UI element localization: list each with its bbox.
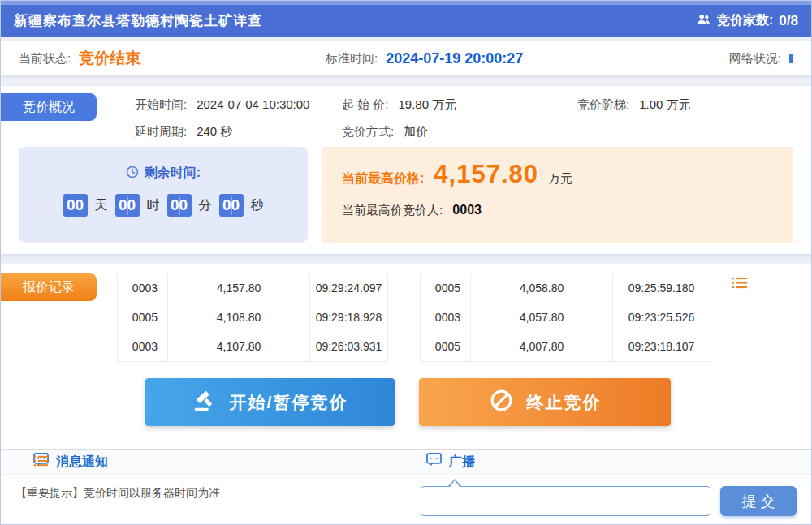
bidder-cell: 0005 (421, 273, 471, 303)
start-pause-bidding-button[interactable]: 开始/暂停竞价 (145, 378, 395, 426)
bidder-cell: 0003 (118, 273, 168, 303)
days-unit: 天 (95, 197, 108, 214)
clock-icon (126, 166, 139, 182)
standard-time: 标准时间: 2024-07-19 20:00:27 (326, 41, 523, 76)
days-value: 00 (63, 194, 88, 217)
countdown-title: 剩余时间: (19, 165, 308, 182)
status-label: 当前状态: (19, 51, 71, 67)
field-value: 1.00 万元 (639, 97, 690, 113)
hours-unit: 时 (147, 197, 160, 214)
notice-header: 消息通知 (1, 450, 408, 475)
highest-bidder-line: 当前最高价竞价人: 0003 (342, 203, 793, 218)
price-cell: 4,157.80 (168, 273, 310, 303)
countdown-label: 剩余时间: (145, 165, 201, 182)
price-cell: 4,007.80 (471, 332, 613, 361)
field-label: 竞价方式: (342, 124, 394, 140)
field-value: 240 秒 (197, 124, 232, 140)
bidder-count-value: 0/8 (779, 13, 798, 29)
countdown-digits: 00 天 00 时 00 分 00 秒 (19, 194, 308, 217)
time-cell: 09:23:25.526 (613, 303, 710, 332)
time-cell: 09:26:03.931 (310, 332, 387, 361)
bidder-cell: 0003 (421, 303, 471, 332)
time-cell: 09:25:59.180 (613, 273, 710, 303)
field-delay-period: 延时周期: 240 秒 (135, 124, 342, 140)
records-list-icon[interactable] (732, 276, 748, 292)
countdown-box: 剩余时间: 00 天 00 时 00 分 00 秒 (19, 147, 308, 243)
broadcast-header: 广播 (408, 450, 811, 475)
table-row: 0003 4,057.80 09:23:25.526 (421, 303, 710, 332)
highest-price-value: 4,157.80 (434, 160, 538, 189)
network-status: 网络状况: (729, 41, 793, 76)
notice-message: 【重要提示】竞价时间以服务器时间为准 (1, 475, 408, 512)
notice-column: 消息通知 【重要提示】竞价时间以服务器时间为准 (1, 450, 408, 525)
highest-bidder-label: 当前最高价竞价人: (342, 203, 443, 217)
field-label: 竞价阶梯: (577, 97, 629, 113)
field-bid-mode: 竞价方式: 加价 (342, 124, 577, 140)
status-bar: 当前状态: 竞价结束 标准时间: 2024-07-19 20:00:27 网络状… (1, 41, 811, 76)
start-pause-label: 开始/暂停竞价 (230, 391, 348, 414)
highest-price-box: 当前最高价格: 4,157.80 万元 当前最高价竞价人: 0003 (322, 147, 793, 243)
users-icon (696, 12, 711, 29)
highest-price-unit: 万元 (548, 171, 572, 187)
network-label: 网络状况: (729, 51, 781, 67)
field-value: 加价 (404, 124, 428, 140)
field-label: 延时周期: (135, 124, 187, 140)
field-start-time: 开始时间: 2024-07-04 10:30:00 (135, 97, 342, 113)
chat-bubble-icon (426, 453, 442, 471)
price-cell: 4,057.80 (471, 303, 613, 332)
hours-value: 00 (115, 194, 140, 217)
bidder-count-label: 竞价家数: (717, 12, 773, 29)
highest-price-label: 当前最高价格: (342, 170, 424, 187)
price-cell: 4,108.80 (168, 303, 310, 332)
table-row: 0003 4,157.80 09:29:24.097 (118, 273, 387, 303)
table-row: 0003 4,107.80 09:26:03.931 (118, 332, 387, 361)
notice-title: 消息通知 (56, 454, 108, 471)
page-title: 新疆察布查尔县塔勒德村陶瓷土矿详查 (14, 11, 262, 30)
bidder-cell: 0005 (421, 332, 471, 361)
overview-fields: 开始时间: 2024-07-04 10:30:00 起 始 价: 19.80 万… (135, 97, 691, 140)
time-cell: 09:29:18.928 (310, 303, 387, 332)
terminate-label: 终止竞价 (527, 391, 602, 414)
bidder-cell: 0005 (118, 303, 168, 332)
highest-price-line: 当前最高价格: 4,157.80 万元 (342, 160, 793, 189)
broadcast-input-row: 提 交 (421, 486, 797, 516)
table-row: 0005 4,007.80 09:23:18.107 (421, 332, 710, 361)
records-section-tag: 报价记录 (1, 273, 97, 301)
notice-list-icon[interactable] (33, 454, 49, 470)
bidder-cell: 0003 (118, 332, 168, 361)
price-cell: 4,058.80 (471, 273, 613, 303)
terminate-bidding-button[interactable]: 终止竞价 (419, 378, 671, 426)
highest-bidder-value: 0003 (452, 203, 482, 217)
signal-bar-icon (789, 54, 793, 63)
price-cell: 4,107.80 (168, 332, 310, 361)
broadcast-title: 广播 (449, 454, 475, 471)
time-label: 标准时间: (326, 51, 378, 67)
title-bar: 新疆察布查尔县塔勒德村陶瓷土矿详查 竞价家数: 0/8 (1, 1, 811, 37)
bid-records-table-left: 0003 4,157.80 09:29:24.097 0005 4,108.80… (117, 273, 388, 362)
bid-records-table-right: 0005 4,058.80 09:25:59.180 0003 4,057.80… (420, 273, 710, 362)
seconds-value: 00 (219, 194, 244, 217)
table-row: 0005 4,108.80 09:29:18.928 (118, 303, 387, 332)
auction-page: 新疆察布查尔县塔勒德村陶瓷土矿详查 竞价家数: 0/8 当前状态: 竞价结束 标… (0, 0, 812, 525)
minutes-value: 00 (167, 194, 192, 217)
overview-section-tag: 竞价概况 (1, 93, 97, 121)
field-label: 起 始 价: (342, 97, 389, 113)
broadcast-input[interactable] (421, 486, 710, 516)
time-value: 2024-07-19 20:00:27 (386, 50, 523, 67)
prohibition-icon (489, 388, 514, 417)
current-status: 当前状态: 竞价结束 (19, 41, 140, 76)
gavel-icon (192, 389, 217, 415)
time-cell: 09:29:24.097 (310, 273, 387, 303)
bidder-count: 竞价家数: 0/8 (696, 12, 798, 29)
submit-button[interactable]: 提 交 (720, 486, 797, 516)
field-start-price: 起 始 价: 19.80 万元 (342, 97, 577, 113)
field-label: 开始时间: (135, 97, 187, 113)
field-value: 2024-07-04 10:30:00 (197, 97, 309, 111)
seconds-unit: 秒 (251, 197, 264, 214)
records-panel: 报价记录 0003 4,157.80 09:29:24.097 0005 4,1… (1, 264, 811, 525)
table-row: 0005 4,058.80 09:25:59.180 (421, 273, 710, 303)
field-value: 19.80 万元 (399, 97, 457, 113)
field-bid-increment: 竞价阶梯: 1.00 万元 (577, 97, 691, 113)
broadcast-column: 广播 提 交 (408, 450, 811, 525)
minutes-unit: 分 (199, 197, 212, 214)
